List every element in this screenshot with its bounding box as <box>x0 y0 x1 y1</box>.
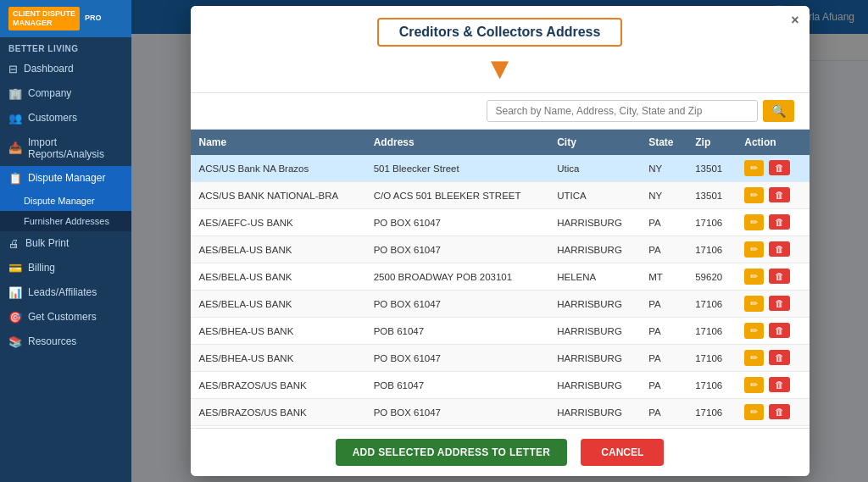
table-row[interactable]: ACS/US Bank NA Brazos 501 Bleecker Stree… <box>191 155 810 182</box>
cell-city: HARRISBURG <box>548 399 640 426</box>
edit-button[interactable]: ✏ <box>744 241 764 258</box>
delete-button[interactable]: 🗑 <box>769 323 790 338</box>
col-address: Address <box>365 130 548 155</box>
col-state: State <box>640 130 687 155</box>
cell-zip: 17106 <box>687 209 736 236</box>
cell-action: ✏ 🗑 <box>736 263 809 291</box>
leads-icon: 📊 <box>8 286 22 299</box>
sidebar-item-customers[interactable]: 👥 Customers <box>0 106 131 130</box>
cell-city: Utica <box>548 155 640 182</box>
cell-address: POB 61047 <box>365 318 548 345</box>
table-row[interactable]: AES/BELA-US BANK PO BOX 61047 HARRISBURG… <box>191 236 810 263</box>
cell-zip: 17106 <box>687 236 736 263</box>
table-row[interactable]: AES/BHEA-US BANK PO BOX 61047 HARRISBURG… <box>191 345 810 372</box>
cell-name: AES/BELA-US BANK <box>191 236 365 263</box>
cell-address: POB 61047 <box>365 372 548 399</box>
sidebar-item-get-customers[interactable]: 🎯 Get Customers <box>0 305 131 330</box>
cell-zip: 13501 <box>687 155 736 182</box>
cell-state: MT <box>640 263 687 291</box>
edit-button[interactable]: ✏ <box>744 404 764 420</box>
sidebar-item-import[interactable]: 📥 Import Reports/Analysis <box>0 130 131 166</box>
modal: × Creditors & Collectors Address ▼ 🔍 Nam… <box>191 6 810 476</box>
cell-zip: 17106 <box>687 345 736 372</box>
delete-button[interactable]: 🗑 <box>769 160 790 175</box>
cell-name: ACS/US BANK NATIONAL-BRA <box>191 182 365 209</box>
sidebar-logo: CLIENT DISPUTE MANAGER PRO <box>0 0 131 37</box>
sidebar-item-dashboard[interactable]: ⊟ Dashboard <box>0 57 131 81</box>
dashboard-icon: ⊟ <box>8 63 18 75</box>
cell-zip: 17106 <box>687 291 736 318</box>
sidebar-section: BETTER LIVING <box>0 37 131 57</box>
table-wrapper: Name Address City State Zip Action ACS/U… <box>191 130 810 428</box>
modal-header: × Creditors & Collectors Address ▼ <box>191 6 810 93</box>
table-row[interactable]: AES/BRAZOS/US BANK PO BOX 61047 HARRISBU… <box>191 399 810 426</box>
cancel-button[interactable]: CANCEL <box>581 439 664 466</box>
sidebar-item-label: Company <box>28 87 71 99</box>
search-input[interactable] <box>487 100 758 122</box>
cell-name: AES/BRAZOS/US BANK <box>191 399 365 426</box>
sidebar-item-resources[interactable]: 📚 Resources <box>0 330 131 354</box>
cell-name: AES/BELA-US BANK <box>191 291 365 318</box>
edit-button[interactable]: ✏ <box>744 377 764 393</box>
delete-button[interactable]: 🗑 <box>769 350 790 365</box>
cell-address: PO BOX 61047 <box>365 209 548 236</box>
delete-button[interactable]: 🗑 <box>769 377 790 392</box>
table-row[interactable]: ACS/US BANK NATIONAL-BRA C/O ACS 501 BLE… <box>191 182 810 209</box>
table-row[interactable]: AES/BRAZOS/US BANK POB 61047 HARRISBURG … <box>191 372 810 399</box>
cell-name: AES/BELA-US BANK <box>191 263 365 291</box>
customers-icon: 👥 <box>8 112 22 125</box>
delete-button[interactable]: 🗑 <box>769 296 790 311</box>
add-address-button[interactable]: ADD SELECTED ADDRESS TO LETTER <box>336 439 568 466</box>
arrow-down-icon: ▼ <box>485 53 515 84</box>
search-button[interactable]: 🔍 <box>763 100 794 122</box>
edit-button[interactable]: ✏ <box>744 296 764 312</box>
cell-address: PO BOX 61047 <box>365 291 548 318</box>
cell-zip: 17106 <box>687 318 736 345</box>
delete-button[interactable]: 🗑 <box>769 187 790 202</box>
sidebar: CLIENT DISPUTE MANAGER PRO BETTER LIVING… <box>0 0 131 482</box>
billing-icon: 💳 <box>8 262 22 274</box>
edit-button[interactable]: ✏ <box>744 187 764 203</box>
cell-action: ✏ 🗑 <box>736 291 809 318</box>
cell-zip: 17106 <box>687 399 736 426</box>
dispute-icon: 📋 <box>8 172 22 185</box>
table-row[interactable]: AES/BELA-US BANK 2500 BROADWAY POB 20310… <box>191 263 810 291</box>
table-row[interactable]: AES/BELA-US BANK PO BOX 61047 HARRISBURG… <box>191 291 810 318</box>
table-row[interactable]: AES/AEFC-US BANK PO BOX 61047 HARRISBURG… <box>191 209 810 236</box>
modal-close-button[interactable]: × <box>791 13 798 28</box>
sidebar-item-label: Dashboard <box>24 63 74 75</box>
cell-address: PO BOX 61047 <box>365 345 548 372</box>
sidebar-sub-dispute-manager[interactable]: Dispute Manager <box>0 191 131 211</box>
delete-button[interactable]: 🗑 <box>769 214 790 230</box>
cell-action: ✏ 🗑 <box>736 372 809 399</box>
modal-footer: ADD SELECTED ADDRESS TO LETTER CANCEL <box>191 428 810 476</box>
sidebar-sub-furnisher[interactable]: Furnisher Addresses <box>0 211 131 231</box>
search-bar: 🔍 <box>191 93 810 130</box>
sidebar-item-label: Dispute Manager <box>28 172 105 184</box>
modal-title: Creditors & Collectors Address <box>399 25 601 40</box>
cell-action: ✏ 🗑 <box>736 399 809 426</box>
delete-button[interactable]: 🗑 <box>769 269 790 284</box>
edit-button[interactable]: ✏ <box>744 323 764 339</box>
sidebar-item-leads[interactable]: 📊 Leads/Affiliates <box>0 280 131 305</box>
sidebar-item-company[interactable]: 🏢 Company <box>0 81 131 106</box>
cell-name: AES/BHEA-US BANK <box>191 318 365 345</box>
cell-action: ✏ 🗑 <box>736 236 809 263</box>
delete-button[interactable]: 🗑 <box>769 404 790 419</box>
edit-button[interactable]: ✏ <box>744 269 764 285</box>
cell-address: 501 Bleecker Street <box>365 155 548 182</box>
cell-state: PA <box>640 372 687 399</box>
table-header-row: Name Address City State Zip Action <box>191 130 810 155</box>
sidebar-item-billing[interactable]: 💳 Billing <box>0 256 131 280</box>
edit-button[interactable]: ✏ <box>744 160 764 176</box>
table-row[interactable]: AES/BHEA-US BANK POB 61047 HARRISBURG PA… <box>191 318 810 345</box>
delete-button[interactable]: 🗑 <box>769 241 790 257</box>
cell-zip: 59620 <box>687 263 736 291</box>
edit-button[interactable]: ✏ <box>744 214 764 230</box>
sidebar-item-dispute-manager[interactable]: 📋 Dispute Manager <box>0 166 131 191</box>
edit-button[interactable]: ✏ <box>744 350 764 366</box>
sidebar-item-bulk-print[interactable]: 🖨 Bulk Print <box>0 231 131 256</box>
cell-state: PA <box>640 345 687 372</box>
cell-state: NY <box>640 182 687 209</box>
cell-city: UTICA <box>548 182 640 209</box>
